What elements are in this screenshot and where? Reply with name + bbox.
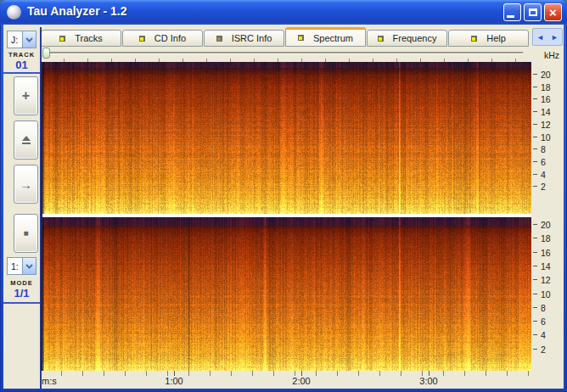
frequency-axis: kHz 20181614121086422018161412108642: [531, 48, 564, 389]
freq-tick-mark: [533, 349, 537, 350]
freq-tick-label: 4: [541, 330, 546, 340]
tab-cd-info[interactable]: CD Info: [122, 30, 203, 47]
sidebar: J: TRACK 01 +→■ 1: MODE 1/1: [3, 27, 42, 389]
client-area: TracksCD InfoISRC InfoSpectrumFrequencyH…: [3, 25, 564, 389]
freq-tick-label: 6: [541, 157, 546, 167]
eject-button[interactable]: [14, 120, 38, 160]
freq-tick-mark: [533, 186, 537, 187]
freq-tick-mark: [533, 279, 537, 280]
freq-tick-mark: [533, 161, 537, 162]
freq-tick-label: 4: [541, 170, 546, 180]
time-axis: m:s 1:002:003:00: [41, 376, 531, 389]
freq-tick-label: 20: [541, 70, 551, 80]
freq-tick-mark: [533, 334, 537, 335]
tab-tracks[interactable]: Tracks: [41, 30, 121, 47]
freq-tick-mark: [533, 174, 537, 175]
tab-label: CD Info: [154, 33, 186, 43]
freq-tick-label: 8: [541, 144, 546, 154]
stop-button[interactable]: ■: [14, 214, 38, 253]
eject-icon: [22, 136, 31, 144]
spectrogram-bottom-canvas: [42, 217, 531, 371]
tab-indicator-icon: [139, 36, 145, 42]
scroll-tabs-left-button[interactable]: ◄: [533, 29, 547, 45]
freq-tick-label: 2: [541, 182, 546, 192]
arrow-right-icon: →: [20, 178, 32, 191]
window-title: Tau Analyzer - 1.2: [27, 4, 126, 18]
freq-tick-mark: [533, 74, 537, 75]
freq-tick-label: 16: [541, 248, 551, 258]
time-tick-label: 2:00: [292, 376, 310, 386]
tab-scroller: ◄ ►: [532, 28, 563, 46]
app-icon: [7, 5, 21, 20]
next-track-button[interactable]: →: [14, 165, 38, 204]
chevron-down-icon[interactable]: [22, 258, 36, 274]
slider-track[interactable]: [42, 52, 523, 54]
tab-label: ISRC Info: [232, 33, 272, 43]
freq-tick-mark: [533, 238, 537, 238]
freq-tick-label: 16: [541, 94, 551, 104]
tab-indicator-icon: [471, 36, 477, 42]
freq-tick-mark: [533, 224, 537, 225]
tab-help[interactable]: Help: [448, 30, 529, 47]
mode-label: MODE: [3, 279, 40, 287]
mode-select[interactable]: 1:: [7, 257, 36, 275]
mode-value: 1/1: [3, 287, 40, 300]
freq-tick-label: 20: [541, 220, 551, 230]
freq-tick-label: 18: [541, 82, 551, 92]
tab-frequency[interactable]: Frequency: [367, 30, 447, 47]
tab-bar: TracksCD InfoISRC InfoSpectrumFrequencyH…: [41, 27, 531, 47]
freq-tick-mark: [533, 321, 537, 322]
title-bar[interactable]: Tau Analyzer - 1.2 ×: [0, 0, 567, 25]
maximize-icon: [529, 8, 537, 16]
position-slider[interactable]: [41, 48, 526, 58]
freq-tick-label: 12: [541, 275, 551, 285]
stop-icon: ■: [23, 229, 28, 238]
minimize-icon: [507, 15, 514, 18]
spectrogram-top-canvas: [42, 62, 531, 214]
tab-indicator-icon: [298, 35, 304, 41]
sidebar-divider: [3, 302, 40, 304]
tab-label: Help: [486, 33, 506, 43]
tab-isrc-info[interactable]: ISRC Info: [204, 30, 284, 47]
tab-label: Spectrum: [313, 33, 353, 43]
freq-tick-label: 10: [541, 132, 551, 143]
freq-tick-mark: [533, 87, 537, 87]
freq-tick-label: 6: [541, 316, 546, 327]
freq-tick-mark: [533, 98, 537, 99]
track-number: 01: [3, 59, 40, 71]
slider-thumb[interactable]: [42, 48, 50, 59]
freq-tick-mark: [533, 111, 537, 112]
scroll-tabs-right-button[interactable]: ►: [547, 29, 562, 45]
freq-tick-label: 12: [541, 120, 551, 130]
tab-spectrum[interactable]: Spectrum: [285, 27, 366, 47]
close-button[interactable]: ×: [544, 3, 562, 21]
mode-select-value: 1:: [8, 261, 22, 272]
tab-label: Frequency: [393, 33, 437, 43]
maximize-button[interactable]: [524, 3, 542, 21]
freq-tick-mark: [533, 124, 537, 125]
freq-tick-mark: [533, 252, 537, 253]
spectrum-panel: m:s 1:002:003:00: [41, 48, 531, 389]
chevron-down-icon[interactable]: [22, 31, 36, 48]
tab-indicator-icon: [59, 36, 65, 42]
drive-select[interactable]: J:: [7, 31, 36, 48]
tab-label: Tracks: [75, 33, 103, 43]
plus-icon: +: [22, 89, 30, 103]
freq-tick-mark: [533, 137, 537, 137]
frequency-axis-unit: kHz: [544, 50, 559, 60]
add-track-button[interactable]: +: [14, 76, 38, 115]
time-tick-label: 3:00: [419, 376, 437, 386]
freq-tick-label: 14: [541, 261, 551, 272]
spectrogram-area: [41, 62, 531, 371]
freq-tick-label: 2: [541, 344, 546, 355]
freq-tick-label: 14: [541, 107, 551, 117]
freq-tick-label: 8: [541, 303, 546, 313]
time-tick-label: 1:00: [165, 376, 182, 386]
drive-select-value: J:: [8, 35, 22, 45]
freq-tick-label: 10: [541, 289, 551, 300]
track-label: TRACK: [3, 51, 40, 59]
sidebar-divider: [3, 72, 40, 74]
minimize-button[interactable]: [503, 3, 521, 21]
freq-tick-mark: [533, 148, 537, 149]
freq-tick-label: 18: [541, 233, 551, 244]
